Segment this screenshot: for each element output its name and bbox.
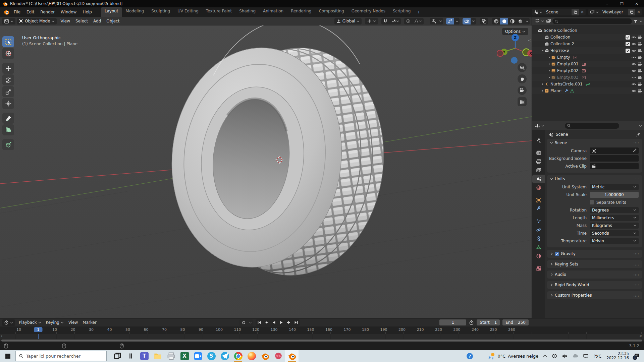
- properties-tab-physics[interactable]: [532, 226, 545, 234]
- visibility-dropdown[interactable]: [430, 18, 443, 24]
- tray-expand-chevron[interactable]: [541, 350, 549, 362]
- gizmos-dropdown[interactable]: [454, 18, 460, 24]
- weather-widget[interactable]: 0°C Averses neige: [485, 350, 541, 362]
- snap-target-selector[interactable]: [389, 18, 401, 24]
- toggle-ortho-button[interactable]: [518, 97, 527, 106]
- show-overlays-toggle[interactable]: [463, 18, 471, 24]
- sidebar-collapse-arrow[interactable]: <: [528, 38, 531, 43]
- taskbar-app-task-view[interactable]: [111, 350, 124, 362]
- properties-tab-object-data[interactable]: [532, 243, 545, 252]
- panel-grip[interactable]: ::::: [634, 273, 639, 277]
- navigation-gizmo[interactable]: Z Y X: [497, 32, 532, 68]
- properties-tab-modifiers[interactable]: [532, 204, 545, 213]
- workspace-tab-geometry-nodes[interactable]: Geometry Nodes: [348, 7, 389, 17]
- camera-visibility-icon[interactable]: [638, 68, 643, 73]
- workspace-tab-uv-editing[interactable]: UV Editing: [174, 7, 202, 17]
- taskbar-app-pinned-separator[interactable]: [124, 350, 138, 362]
- panel-grip[interactable]: ::::: [634, 283, 639, 287]
- outliner-row-nurbscircle-001[interactable]: NurbsCircle.001: [532, 81, 644, 87]
- camera-visibility-icon[interactable]: [638, 42, 643, 47]
- tool-move[interactable]: [2, 63, 14, 74]
- add-workspace-button[interactable]: +: [414, 9, 423, 15]
- volume-muted-tray-icon[interactable]: [559, 350, 570, 362]
- camera-field[interactable]: [590, 147, 639, 154]
- pan-view-button[interactable]: [518, 74, 527, 83]
- network-tray-icon[interactable]: [581, 350, 591, 362]
- menu-edit[interactable]: Edit: [23, 8, 37, 16]
- workspace-tab-compositing[interactable]: Compositing: [315, 7, 347, 17]
- jump-to-end-button[interactable]: [292, 319, 300, 326]
- outliner-search-input[interactable]: [552, 18, 632, 24]
- chevron-down-icon[interactable]: [639, 20, 642, 23]
- menu-window[interactable]: Window: [58, 8, 79, 16]
- expand-arrow-icon[interactable]: [548, 76, 551, 79]
- auto-key-toggle[interactable]: [239, 319, 248, 326]
- workspace-tab-texture-paint[interactable]: Texture Paint: [202, 7, 235, 17]
- panel-grip[interactable]: ::::: [634, 141, 639, 145]
- active-clip-field[interactable]: [590, 163, 639, 169]
- tool-cursor[interactable]: [2, 48, 14, 59]
- camera-visibility-icon[interactable]: [638, 88, 643, 94]
- taskbar-app-zoom-app[interactable]: [191, 350, 205, 362]
- workspace-tab-shading[interactable]: Shading: [235, 7, 259, 17]
- scene-panel-header[interactable]: Scene ::::: [547, 139, 642, 147]
- unlink-scene-button[interactable]: ✕: [579, 10, 586, 14]
- help-tray-icon[interactable]: ?: [464, 350, 475, 362]
- time-select[interactable]: Seconds: [590, 230, 639, 236]
- mode-selector[interactable]: Object Mode: [17, 18, 57, 24]
- timeline-track-area[interactable]: › <: [0, 334, 644, 339]
- panel-rigid-body-world[interactable]: Rigid Body World::::: [547, 281, 642, 289]
- new-viewlayer-button[interactable]: [628, 9, 635, 15]
- properties-tab-scene[interactable]: [532, 175, 545, 183]
- shading-dropdown[interactable]: [524, 18, 530, 24]
- properties-tab-render[interactable]: [532, 148, 545, 157]
- eye-open-icon[interactable]: [631, 82, 636, 87]
- shading-rendered-button[interactable]: [516, 18, 524, 24]
- panel-audio[interactable]: Audio::::: [547, 270, 642, 279]
- taskbar-search-input[interactable]: Taper ici pour rechercher: [15, 351, 107, 361]
- properties-tab-texture[interactable]: [532, 264, 545, 273]
- timeline-menu-keying[interactable]: Keying: [44, 319, 66, 326]
- camera-view-button[interactable]: [518, 86, 527, 95]
- menu-help[interactable]: Help: [79, 8, 95, 16]
- pin-icon[interactable]: [636, 132, 641, 137]
- editor-type-button[interactable]: [2, 18, 15, 24]
- properties-search-input[interactable]: [565, 123, 619, 129]
- eye-open-icon[interactable]: [631, 35, 636, 40]
- outliner-editor-type-button[interactable]: [534, 18, 545, 24]
- camera-visibility-icon[interactable]: [638, 35, 643, 40]
- timeline-editor-type-button[interactable]: [2, 319, 15, 326]
- tool-annotate[interactable]: [2, 113, 14, 124]
- gravity-checkbox[interactable]: [555, 252, 559, 256]
- properties-tab-object[interactable]: [532, 196, 545, 204]
- tool-transform[interactable]: [2, 98, 14, 109]
- properties-tab-constraints[interactable]: [532, 234, 545, 243]
- blender-menu-icon[interactable]: [3, 9, 9, 15]
- panel-grip[interactable]: ::::: [634, 177, 639, 181]
- outliner-row-empty-002[interactable]: Empty.002: [532, 67, 644, 74]
- start-button[interactable]: [0, 350, 15, 362]
- clock-widget[interactable]: 23:35 2022-12-16: [604, 352, 632, 360]
- taskbar-app-firefox[interactable]: [245, 350, 258, 362]
- display-mode-icon[interactable]: [546, 19, 551, 24]
- mass-select[interactable]: Kilograms: [590, 223, 639, 229]
- taskbar-app-blender[interactable]: [285, 350, 299, 362]
- viewport-menu-object[interactable]: Object: [104, 18, 122, 24]
- unit-system-select[interactable]: Metric: [590, 184, 639, 190]
- taskbar-app-paint-app[interactable]: [272, 350, 285, 362]
- camera-visibility-icon[interactable]: [638, 55, 643, 60]
- collection-checkbox[interactable]: [626, 42, 630, 46]
- taskbar-app-blender[interactable]: [258, 350, 272, 362]
- eye-open-icon[interactable]: [631, 55, 636, 60]
- workspace-tab-rendering[interactable]: Rendering: [287, 7, 315, 17]
- transform-orientation-selector[interactable]: Global: [334, 18, 362, 24]
- new-scene-button[interactable]: [572, 9, 579, 15]
- timeline-collapse-arrow[interactable]: <: [639, 334, 642, 338]
- filter-dropdown-icon[interactable]: [639, 124, 642, 127]
- filter-icon[interactable]: [633, 19, 638, 24]
- screen-record-tray-icon[interactable]: [549, 350, 559, 362]
- eye-closed-icon[interactable]: [631, 75, 636, 80]
- workspace-tab-sculpting[interactable]: Sculpting: [148, 7, 174, 17]
- properties-tab-view-layer[interactable]: [532, 166, 545, 175]
- outliner-row-collection 2[interactable]: Collection 2: [532, 41, 644, 47]
